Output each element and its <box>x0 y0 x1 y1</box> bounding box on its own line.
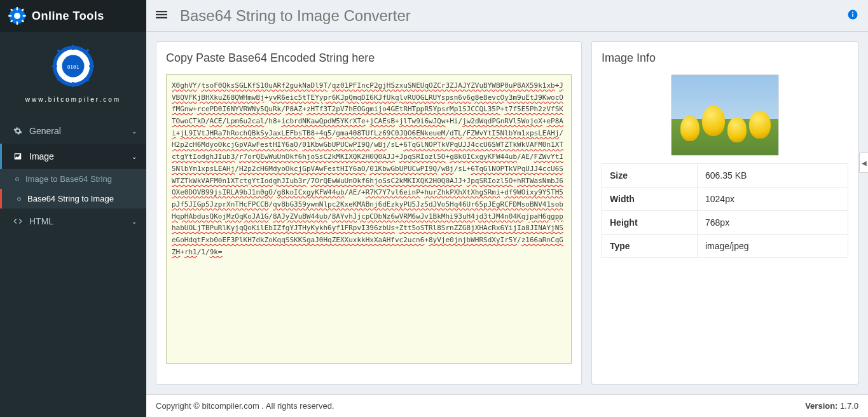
chevron-down-icon: ⌄ <box>132 128 137 135</box>
base64-input[interactable]: X0ghVY/tsoF0QksSGLKfS10uARf2gukNaDl9T/qz… <box>166 74 572 364</box>
svg-rect-25 <box>852 14 853 17</box>
svg-rect-13 <box>72 82 74 87</box>
brand-gear-icon <box>8 6 27 25</box>
svg-rect-23 <box>156 17 167 18</box>
hamburger-icon[interactable] <box>156 9 167 22</box>
user-panel: 0101 www.bitcompiler.com <box>0 32 146 109</box>
preview-thumbnail[interactable] <box>671 74 779 156</box>
svg-point-1 <box>14 13 20 19</box>
footer-version: 1.7.0 <box>840 401 858 411</box>
table-row: Typeimage/jpeg <box>602 235 848 258</box>
site-badge-icon: 0101 <box>52 44 95 88</box>
footer: Copyright © bitcompiler.com . All rights… <box>146 394 868 417</box>
code-icon <box>11 217 24 226</box>
sidebar-menu: General ⌄ Image ⌄ Image to Base64 String… <box>0 118 146 234</box>
svg-rect-21 <box>156 11 167 12</box>
sidebar-item-image[interactable]: Image ⌄ <box>0 144 146 169</box>
image-preview <box>602 74 848 163</box>
info-icon[interactable] <box>847 9 858 22</box>
sidebar-item-label: Image <box>29 151 54 161</box>
brand-text: Online Tools <box>32 10 104 23</box>
image-icon <box>11 152 24 161</box>
svg-point-26 <box>852 11 853 13</box>
gear-icon <box>11 126 24 135</box>
table-row: Height768px <box>602 211 848 235</box>
svg-text:0101: 0101 <box>67 64 79 70</box>
info-panel-title: Image Info <box>592 42 858 74</box>
chevron-down-icon: ⌄ <box>132 153 137 160</box>
info-panel: Image Info Size606.35 KB Width1024px Hei… <box>591 41 858 385</box>
brand-logo[interactable]: Online Tools <box>0 0 146 32</box>
footer-version-label: Version: <box>805 401 837 411</box>
svg-rect-2 <box>17 7 18 10</box>
subitem-base64-to-image[interactable]: Base64 String to Image <box>2 189 146 208</box>
topbar: Base64 String to Image Converter <box>146 0 868 32</box>
svg-rect-12 <box>72 45 74 50</box>
site-url[interactable]: www.bitcompiler.com <box>6 96 140 103</box>
table-row: Width1024px <box>602 188 848 211</box>
svg-rect-22 <box>156 14 167 15</box>
sidebar-item-html[interactable]: HTML ⌄ <box>0 208 146 234</box>
svg-rect-4 <box>8 15 11 17</box>
sidebar-item-label: HTML <box>29 216 53 226</box>
svg-rect-5 <box>23 15 26 17</box>
chevron-down-icon: ⌄ <box>132 218 137 225</box>
side-handle[interactable]: ◀ <box>859 153 868 173</box>
input-panel-title: Copy Paste Base64 Encoded String here <box>156 42 581 74</box>
svg-rect-15 <box>89 65 94 67</box>
table-row: Size606.35 KB <box>602 164 848 188</box>
main-content: Base64 String to Image Converter Copy Pa… <box>146 0 868 417</box>
sidebar-item-general[interactable]: General ⌄ <box>0 118 146 144</box>
sidebar: Online Tools 0101 www.bitcompiler.com Ge… <box>0 0 146 417</box>
page-title: Base64 String to Image Converter <box>180 7 411 25</box>
sidebar-item-label: General <box>29 126 61 136</box>
input-panel: Copy Paste Base64 Encoded String here X0… <box>156 41 582 385</box>
svg-rect-3 <box>17 22 18 25</box>
subitem-image-to-base64[interactable]: Image to Base64 String <box>0 169 146 189</box>
footer-copyright: Copyright © bitcompiler.com . All rights… <box>156 401 334 411</box>
image-info-table: Size606.35 KB Width1024px Height768px Ty… <box>602 163 848 258</box>
svg-rect-14 <box>52 65 57 67</box>
